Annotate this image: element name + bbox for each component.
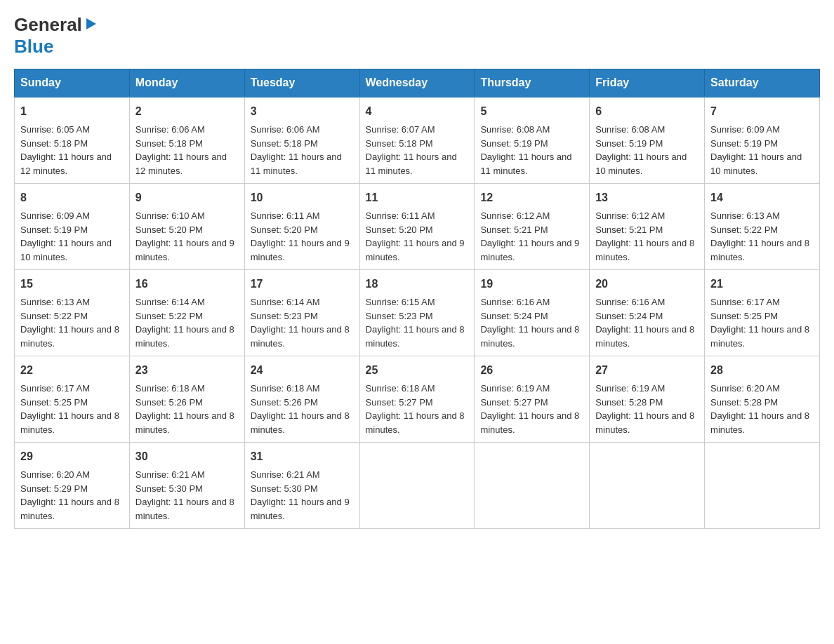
day-cell: 21Sunrise: 6:17 AMSunset: 5:25 PMDayligh…: [705, 270, 820, 356]
day-number: 30: [135, 448, 239, 465]
sunset-label: Sunset: 5:19 PM: [710, 138, 778, 149]
sunset-label: Sunset: 5:30 PM: [135, 483, 203, 494]
sunset-label: Sunset: 5:18 PM: [135, 138, 203, 149]
daylight-label: Daylight: 11 hours and 11 minutes.: [366, 152, 457, 176]
sunset-label: Sunset: 5:25 PM: [710, 311, 778, 321]
daylight-label: Daylight: 11 hours and 8 minutes.: [595, 324, 694, 349]
sunrise-label: Sunrise: 6:12 AM: [480, 210, 550, 221]
day-cell: 13Sunrise: 6:12 AMSunset: 5:21 PMDayligh…: [590, 184, 705, 270]
sunrise-label: Sunrise: 6:08 AM: [595, 124, 665, 135]
day-cell: 16Sunrise: 6:14 AMSunset: 5:22 PMDayligh…: [129, 270, 244, 356]
day-cell: 25Sunrise: 6:18 AMSunset: 5:27 PMDayligh…: [359, 356, 475, 443]
day-cell: 11Sunrise: 6:11 AMSunset: 5:20 PMDayligh…: [359, 184, 475, 270]
sunset-label: Sunset: 5:21 PM: [480, 224, 548, 235]
daylight-label: Daylight: 11 hours and 9 minutes.: [366, 238, 465, 262]
daylight-label: Daylight: 11 hours and 10 minutes.: [710, 152, 802, 176]
week-row-4: 22Sunrise: 6:17 AMSunset: 5:25 PMDayligh…: [15, 356, 820, 443]
day-cell: 24Sunrise: 6:18 AMSunset: 5:26 PMDayligh…: [244, 356, 359, 443]
day-number: 20: [595, 276, 699, 293]
logo-general-text: General: [14, 14, 82, 36]
daylight-label: Daylight: 11 hours and 9 minutes.: [251, 497, 350, 521]
day-cell: 27Sunrise: 6:19 AMSunset: 5:28 PMDayligh…: [590, 356, 705, 443]
daylight-label: Daylight: 11 hours and 12 minutes.: [20, 152, 112, 176]
day-number: 27: [595, 362, 699, 379]
daylight-label: Daylight: 11 hours and 8 minutes.: [135, 324, 234, 349]
sunrise-label: Sunrise: 6:14 AM: [251, 297, 320, 307]
day-number: 11: [366, 189, 469, 206]
sunset-label: Sunset: 5:18 PM: [251, 138, 318, 149]
sunset-label: Sunset: 5:21 PM: [595, 224, 663, 235]
week-row-5: 29Sunrise: 6:20 AMSunset: 5:29 PMDayligh…: [15, 443, 820, 529]
day-number: 15: [20, 276, 124, 293]
sunrise-label: Sunrise: 6:17 AM: [710, 297, 780, 307]
sunrise-label: Sunrise: 6:06 AM: [251, 124, 320, 135]
day-cell: 28Sunrise: 6:20 AMSunset: 5:28 PMDayligh…: [705, 356, 820, 443]
header-cell-sunday: Sunday: [15, 69, 130, 98]
day-cell: 10Sunrise: 6:11 AMSunset: 5:20 PMDayligh…: [244, 184, 359, 270]
day-cell: 23Sunrise: 6:18 AMSunset: 5:26 PMDayligh…: [129, 356, 244, 443]
header-row: SundayMondayTuesdayWednesdayThursdayFrid…: [15, 69, 820, 98]
sunset-label: Sunset: 5:25 PM: [20, 397, 88, 408]
day-cell: 3Sunrise: 6:06 AMSunset: 5:18 PMDaylight…: [244, 97, 359, 184]
day-cell: 8Sunrise: 6:09 AMSunset: 5:19 PMDaylight…: [15, 184, 130, 270]
day-cell: 14Sunrise: 6:13 AMSunset: 5:22 PMDayligh…: [705, 184, 820, 270]
day-cell: 5Sunrise: 6:08 AMSunset: 5:19 PMDaylight…: [475, 97, 590, 184]
day-number: 3: [251, 103, 354, 120]
day-number: 16: [135, 276, 239, 293]
day-number: 5: [480, 103, 583, 120]
day-number: 7: [710, 103, 814, 120]
day-cell: 15Sunrise: 6:13 AMSunset: 5:22 PMDayligh…: [15, 270, 130, 356]
week-row-1: 1Sunrise: 6:05 AMSunset: 5:18 PMDaylight…: [15, 97, 820, 184]
sunrise-label: Sunrise: 6:19 AM: [595, 383, 665, 394]
sunset-label: Sunset: 5:24 PM: [480, 311, 548, 321]
day-cell: 2Sunrise: 6:06 AMSunset: 5:18 PMDaylight…: [129, 97, 244, 184]
daylight-label: Daylight: 11 hours and 11 minutes.: [480, 152, 571, 176]
header-cell-thursday: Thursday: [475, 69, 590, 98]
logo: General Blue: [14, 14, 99, 58]
day-number: 31: [251, 448, 354, 465]
sunset-label: Sunset: 5:20 PM: [135, 224, 203, 235]
sunrise-label: Sunrise: 6:18 AM: [135, 383, 205, 394]
day-number: 26: [480, 362, 583, 379]
daylight-label: Daylight: 11 hours and 11 minutes.: [251, 152, 342, 176]
day-cell: [705, 443, 820, 529]
logo-blue-text: Blue: [14, 36, 53, 57]
day-cell: 9Sunrise: 6:10 AMSunset: 5:20 PMDaylight…: [129, 184, 244, 270]
day-number: 9: [135, 189, 239, 206]
daylight-label: Daylight: 11 hours and 10 minutes.: [20, 238, 112, 262]
sunset-label: Sunset: 5:30 PM: [251, 483, 318, 494]
sunrise-label: Sunrise: 6:18 AM: [366, 383, 435, 394]
sunset-label: Sunset: 5:20 PM: [366, 224, 433, 235]
sunset-label: Sunset: 5:27 PM: [480, 397, 548, 408]
day-cell: 20Sunrise: 6:16 AMSunset: 5:24 PMDayligh…: [590, 270, 705, 356]
sunrise-label: Sunrise: 6:10 AM: [135, 210, 205, 221]
week-row-2: 8Sunrise: 6:09 AMSunset: 5:19 PMDaylight…: [15, 184, 820, 270]
sunrise-label: Sunrise: 6:12 AM: [595, 210, 665, 221]
sunrise-label: Sunrise: 6:14 AM: [135, 297, 205, 307]
day-number: 22: [20, 362, 124, 379]
sunset-label: Sunset: 5:22 PM: [135, 311, 203, 321]
sunset-label: Sunset: 5:27 PM: [366, 397, 433, 408]
day-number: 28: [710, 362, 814, 379]
daylight-label: Daylight: 11 hours and 12 minutes.: [135, 152, 227, 176]
page-header: General Blue: [14, 14, 820, 58]
day-number: 6: [595, 103, 699, 120]
day-cell: 30Sunrise: 6:21 AMSunset: 5:30 PMDayligh…: [129, 443, 244, 529]
day-number: 10: [251, 189, 354, 206]
daylight-label: Daylight: 11 hours and 8 minutes.: [135, 410, 234, 435]
week-row-3: 15Sunrise: 6:13 AMSunset: 5:22 PMDayligh…: [15, 270, 820, 356]
day-number: 12: [480, 189, 583, 206]
calendar-header: SundayMondayTuesdayWednesdayThursdayFrid…: [15, 69, 820, 98]
sunrise-label: Sunrise: 6:08 AM: [480, 124, 550, 135]
sunrise-label: Sunrise: 6:17 AM: [20, 383, 90, 394]
sunset-label: Sunset: 5:28 PM: [595, 397, 663, 408]
header-cell-wednesday: Wednesday: [359, 69, 475, 98]
sunset-label: Sunset: 5:22 PM: [20, 311, 88, 321]
daylight-label: Daylight: 11 hours and 8 minutes.: [20, 497, 119, 521]
sunset-label: Sunset: 5:18 PM: [20, 138, 88, 149]
daylight-label: Daylight: 11 hours and 8 minutes.: [20, 410, 119, 435]
sunrise-label: Sunrise: 6:05 AM: [20, 124, 90, 135]
daylight-label: Daylight: 11 hours and 8 minutes.: [710, 410, 809, 435]
sunset-label: Sunset: 5:28 PM: [710, 397, 778, 408]
daylight-label: Daylight: 11 hours and 8 minutes.: [366, 410, 465, 435]
